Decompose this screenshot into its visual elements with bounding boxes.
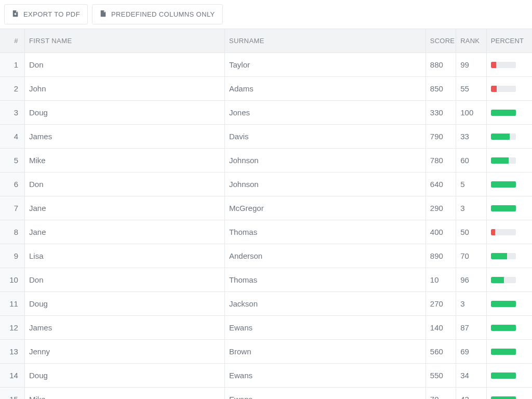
table-row[interactable]: 11DougJackson2703 (0, 292, 532, 316)
progress-fill (491, 86, 497, 92)
cell-score: 850 (426, 77, 456, 100)
col-header-first-name[interactable]: FIRST NAME (25, 29, 225, 52)
cell-first-name: Don (25, 172, 225, 196)
table-row[interactable]: 10DonThomas1096 (0, 268, 532, 292)
cell-first-name: Doug (25, 364, 225, 387)
table-row[interactable]: 7JaneMcGregor2903 (0, 196, 532, 220)
progress-bar (491, 110, 516, 116)
cell-index: 6 (0, 172, 25, 196)
cell-rank: 55 (456, 77, 486, 100)
cell-first-name: Don (25, 53, 225, 76)
cell-first-name: Jane (25, 220, 225, 244)
cell-score: 780 (426, 149, 456, 172)
cell-percent (487, 220, 532, 244)
cell-surname: Ewans (225, 388, 426, 399)
progress-fill (491, 325, 516, 331)
cell-score: 400 (426, 220, 456, 244)
cell-rank: 69 (456, 340, 486, 363)
cell-score: 140 (426, 316, 456, 339)
progress-fill (491, 157, 509, 164)
cell-percent (487, 292, 532, 315)
table-row[interactable]: 9LisaAnderson89070 (0, 244, 532, 268)
progress-bar (491, 62, 516, 68)
cell-first-name: Jane (25, 196, 225, 220)
export-pdf-button[interactable]: EXPORT TO PDF (4, 4, 88, 24)
progress-bar (491, 373, 516, 379)
cell-surname: Jones (225, 101, 426, 124)
table-row[interactable]: 12JamesEwans14087 (0, 316, 532, 340)
col-header-rank[interactable]: RANK (456, 29, 486, 52)
table-row[interactable]: 13JennyBrown56069 (0, 340, 532, 364)
table-row[interactable]: 14DougEwans55034 (0, 364, 532, 388)
progress-bar (491, 229, 516, 235)
col-header-index[interactable]: # (0, 29, 25, 52)
cell-index: 14 (0, 364, 25, 387)
col-header-score[interactable]: SCORE (426, 29, 456, 52)
cell-first-name: James (25, 316, 225, 339)
progress-bar (491, 396, 516, 400)
cell-index: 1 (0, 53, 25, 76)
progress-bar (491, 157, 516, 164)
cell-index: 3 (0, 101, 25, 124)
cell-surname: Thomas (225, 268, 426, 291)
progress-bar (491, 86, 516, 92)
progress-bar (491, 134, 516, 140)
progress-fill (491, 134, 510, 140)
cell-surname: Anderson (225, 244, 426, 268)
cell-surname: Johnson (225, 172, 426, 196)
col-header-surname[interactable]: SURNAME (225, 29, 426, 52)
progress-fill (491, 396, 516, 400)
cell-rank: 33 (456, 125, 486, 148)
cell-surname: Johnson (225, 149, 426, 172)
cell-first-name: Jenny (25, 340, 225, 363)
cell-first-name: Mike (25, 149, 225, 172)
data-grid: # FIRST NAME SURNAME SCORE RANK PERCENT … (0, 29, 532, 399)
cell-percent (487, 388, 532, 399)
predefined-columns-button[interactable]: PREDEFINED COLUMNS ONLY (92, 4, 223, 24)
cell-surname: Ewans (225, 364, 426, 387)
cell-surname: Adams (225, 77, 426, 100)
cell-index: 15 (0, 388, 25, 399)
cell-percent (487, 244, 532, 268)
progress-fill (491, 277, 504, 283)
rows-container: 1DonTaylor880992JohnAdams850553DougJones… (0, 53, 532, 399)
cell-rank: 42 (456, 388, 486, 399)
table-row[interactable]: 1DonTaylor88099 (0, 53, 532, 77)
table-row[interactable]: 4JamesDavis79033 (0, 125, 532, 149)
cell-rank: 3 (456, 196, 486, 220)
col-header-percent[interactable]: PERCENT (487, 29, 532, 52)
progress-fill (491, 301, 516, 307)
cell-score: 290 (426, 196, 456, 220)
progress-bar (491, 301, 516, 307)
cell-percent (487, 149, 532, 172)
cell-score: 790 (426, 125, 456, 148)
cell-surname: Thomas (225, 220, 426, 244)
cell-index: 10 (0, 268, 25, 291)
columns-icon (100, 10, 107, 19)
progress-fill (491, 253, 508, 259)
table-row[interactable]: 15MikeEwans7042 (0, 388, 532, 399)
table-row[interactable]: 8JaneThomas40050 (0, 220, 532, 244)
cell-percent (487, 101, 532, 124)
cell-score: 560 (426, 340, 456, 363)
cell-first-name: Lisa (25, 244, 225, 268)
cell-surname: Ewans (225, 316, 426, 339)
cell-rank: 87 (456, 316, 486, 339)
table-row[interactable]: 3DougJones330100 (0, 101, 532, 125)
progress-fill (491, 205, 516, 211)
cell-rank: 50 (456, 220, 486, 244)
cell-rank: 96 (456, 268, 486, 291)
cell-surname: Taylor (225, 53, 426, 76)
cell-percent (487, 196, 532, 220)
cell-rank: 70 (456, 244, 486, 268)
cell-rank: 60 (456, 149, 486, 172)
cell-first-name: Doug (25, 292, 225, 315)
cell-score: 330 (426, 101, 456, 124)
table-row[interactable]: 5MikeJohnson78060 (0, 149, 532, 172)
table-row[interactable]: 6DonJohnson6405 (0, 172, 532, 196)
cell-index: 13 (0, 340, 25, 363)
progress-bar (491, 349, 516, 355)
table-row[interactable]: 2JohnAdams85055 (0, 77, 532, 101)
cell-surname: Jackson (225, 292, 426, 315)
cell-percent (487, 77, 532, 100)
